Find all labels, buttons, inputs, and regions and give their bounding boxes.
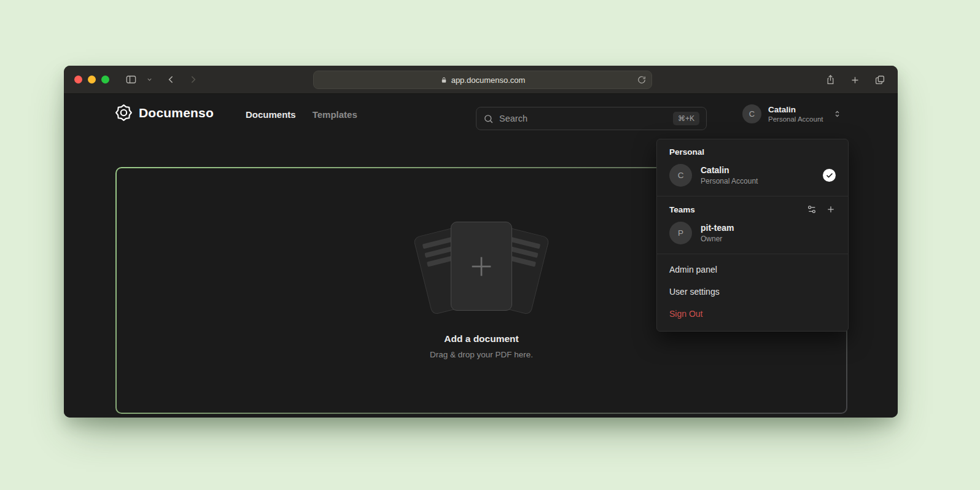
account-name: Catalin [768, 105, 823, 114]
personal-account-row[interactable]: C Catalin Personal Account [669, 164, 836, 187]
dropzone-subtitle: Drag & drop your PDF here. [430, 350, 533, 359]
menu-item-admin-panel[interactable]: Admin panel [657, 259, 848, 281]
nav-templates[interactable]: Templates [313, 109, 357, 120]
document-cards-illustration [412, 222, 551, 319]
menu-item-user-settings[interactable]: User settings [657, 281, 848, 303]
browser-window: app.documenso.com [64, 66, 898, 418]
account-menu-button[interactable]: C Catalin Personal Account [742, 104, 842, 123]
avatar: P [669, 222, 692, 244]
forward-icon[interactable] [188, 74, 198, 85]
check-circle-icon [823, 169, 836, 182]
traffic-lights [74, 76, 109, 84]
share-icon[interactable] [825, 74, 836, 85]
account-subtitle: Personal Account [768, 115, 823, 123]
brand[interactable]: Documenso [115, 104, 214, 121]
new-tab-icon[interactable] [850, 75, 860, 85]
main-nav: Documents Templates [246, 95, 357, 134]
chevron-down-icon[interactable] [146, 76, 153, 83]
documenso-logo [115, 104, 132, 121]
card-front [451, 222, 512, 311]
team-row[interactable]: P pit-team Owner [669, 222, 836, 244]
zoom-button[interactable] [101, 76, 109, 84]
personal-account-name: Catalin [701, 165, 758, 175]
avatar: C [742, 104, 761, 123]
search-box[interactable]: ⌘+K [476, 107, 707, 130]
search-input[interactable] [499, 114, 667, 123]
chevrons-up-down-icon [833, 109, 842, 119]
teams-section-label: Teams [669, 205, 695, 214]
menu-item-sign-out[interactable]: Sign Out [657, 303, 848, 325]
address-bar[interactable]: app.documenso.com [313, 71, 652, 89]
sidebar-icon[interactable] [125, 74, 137, 85]
account-dropdown: Personal C Catalin Personal Account Team… [656, 139, 849, 332]
minimize-button[interactable] [88, 76, 96, 84]
reload-icon[interactable] [637, 76, 646, 84]
tabs-icon[interactable] [874, 74, 885, 85]
search-shortcut-badge: ⌘+K [673, 112, 699, 125]
add-team-icon[interactable] [826, 204, 836, 214]
team-role: Owner [701, 235, 734, 243]
nav-documents[interactable]: Documents [246, 109, 296, 120]
page-content: Documenso Documents Templates ⌘+K C Cata… [64, 95, 898, 418]
close-button[interactable] [74, 76, 82, 84]
personal-account-subtitle: Personal Account [701, 177, 758, 185]
team-name: pit-team [701, 223, 734, 233]
brand-name: Documenso [139, 106, 214, 120]
back-icon[interactable] [166, 74, 176, 85]
browser-toolbar: app.documenso.com [64, 66, 898, 94]
lock-icon [440, 76, 448, 84]
plus-icon [467, 252, 496, 281]
avatar: C [669, 164, 692, 187]
url-text: app.documenso.com [451, 76, 526, 85]
dropzone-title: Add a document [444, 333, 518, 344]
personal-section-label: Personal [669, 147, 836, 157]
team-settings-icon[interactable] [807, 204, 817, 214]
search-icon [483, 114, 494, 124]
